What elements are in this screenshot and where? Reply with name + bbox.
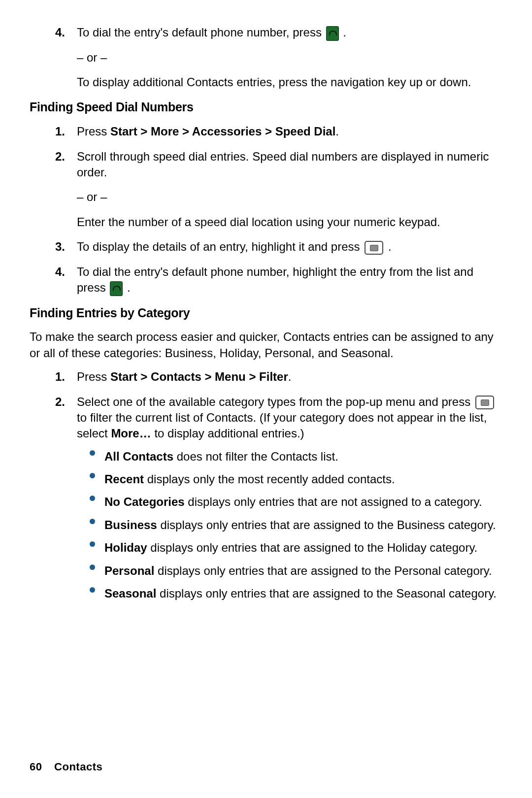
filter-description: displays only the most recently added co… (144, 472, 395, 486)
section-heading-category: Finding Entries by Category (30, 305, 502, 322)
step-body: Scroll through speed dial entries. Speed… (77, 149, 502, 231)
call-key-icon (110, 281, 123, 296)
speed-dial-step-2: 2. Scroll through speed dial entries. Sp… (30, 149, 502, 231)
filter-no-categories: No Categories displays only entries that… (87, 494, 502, 510)
page-footer: 60 Contacts (30, 761, 102, 773)
speed-dial-step-1: 1. Press Start > More > Accessories > Sp… (30, 124, 502, 139)
ok-key-icon (365, 241, 383, 255)
step-text: To dial the entry's default phone number… (77, 26, 346, 39)
bullet-icon (90, 519, 95, 524)
step-text: Select one of the available category typ… (77, 395, 496, 440)
bullet-icon (90, 587, 95, 593)
speed-dial-step-4: 4. To dial the entry's default phone num… (30, 264, 502, 296)
step-body: Select one of the available category typ… (77, 394, 502, 602)
filter-description: displays only entries that are assigned … (156, 587, 497, 600)
filter-description: displays only entries that are assigned … (154, 564, 492, 577)
filter-business: Business displays only entries that are … (87, 517, 502, 533)
text-before-icon: To dial the entry's default phone number… (77, 26, 325, 39)
category-filters-list: All Contacts does not filter the Contact… (77, 449, 502, 602)
category-step-2: 2. Select one of the available category … (30, 394, 502, 602)
text-before-icon: To display the details of an entry, high… (77, 240, 363, 253)
text-before-icon: Select one of the available category typ… (77, 395, 474, 408)
filter-name: Business (104, 518, 157, 532)
step-body: Press Start > More > Accessories > Speed… (77, 124, 502, 139)
step-body: To display the details of an entry, high… (77, 239, 502, 255)
text-before-icon: To dial the entry's default phone number… (77, 265, 473, 294)
filter-name: All Contacts (104, 450, 173, 463)
step-number: 2. (55, 149, 65, 165)
page-content: 4. To dial the entry's default phone num… (30, 25, 502, 601)
step-body: To dial the entry's default phone number… (77, 264, 502, 296)
filter-name: Recent (104, 472, 144, 486)
bullet-icon (90, 450, 95, 456)
step-secondary-text: To display additional Contacts entries, … (77, 74, 502, 90)
text-after-icon: . (388, 240, 392, 253)
step-number: 4. (55, 25, 65, 40)
filter-description: displays only entries that are assigned … (147, 541, 478, 554)
text-after: to display additional entries.) (154, 427, 304, 440)
filter-name: Personal (104, 564, 154, 577)
continued-step-4: 4. To dial the entry's default phone num… (30, 25, 502, 90)
filter-name: No Categories (104, 495, 185, 508)
filter-description: displays only entries that are not assig… (185, 495, 482, 508)
step-text-suffix: . (288, 370, 292, 383)
step-text: To dial the entry's default phone number… (77, 265, 473, 294)
step-body: To dial the entry's default phone number… (77, 25, 502, 90)
filter-recent: Recent displays only the most recently a… (87, 471, 502, 487)
text-after-icon: . (343, 26, 346, 39)
bullet-icon (90, 496, 95, 501)
filter-all-contacts: All Contacts does not filter the Contact… (87, 449, 502, 465)
footer-section-name: Contacts (54, 761, 102, 773)
menu-path: Start > Contacts > Menu > Filter (110, 370, 288, 383)
section-intro: To make the search process easier and qu… (30, 329, 502, 361)
step-secondary-text: Enter the number of a speed dial locatio… (77, 214, 502, 230)
filter-name: Holiday (104, 541, 147, 554)
bullet-icon (90, 565, 95, 570)
step-or: – or – (77, 189, 502, 205)
bullet-icon (90, 473, 95, 478)
ok-key-icon (475, 396, 494, 409)
filter-description: displays only entries that are assigned … (157, 518, 496, 532)
step-text-suffix: . (335, 125, 339, 138)
more-label: More… (111, 427, 151, 440)
step-text-prefix: Press (77, 125, 110, 138)
filter-seasonal: Seasonal displays only entries that are … (87, 586, 502, 601)
step-number: 4. (55, 264, 65, 280)
menu-path: Start > More > Accessories > Speed Dial (110, 125, 335, 138)
speed-dial-step-3: 3. To display the details of an entry, h… (30, 239, 502, 255)
step-or: – or – (77, 50, 502, 66)
filter-description: does not filter the Contacts list. (173, 450, 338, 463)
section-heading-speed-dial: Finding Speed Dial Numbers (30, 99, 502, 116)
filter-holiday: Holiday displays only entries that are a… (87, 540, 502, 556)
step-text-prefix: Press (77, 370, 110, 383)
category-step-1: 1. Press Start > Contacts > Menu > Filte… (30, 369, 502, 385)
step-number: 2. (55, 394, 65, 410)
step-number: 1. (55, 124, 65, 139)
bullet-icon (90, 541, 95, 547)
filter-personal: Personal displays only entries that are … (87, 563, 502, 579)
page-number: 60 (30, 761, 42, 773)
step-number: 1. (55, 369, 65, 385)
step-body: Press Start > Contacts > Menu > Filter. (77, 369, 502, 385)
filter-name: Seasonal (104, 587, 156, 600)
text-after-icon: . (127, 281, 131, 294)
call-key-icon (326, 26, 339, 41)
step-number: 3. (55, 239, 65, 255)
step-text: Scroll through speed dial entries. Speed… (77, 150, 489, 179)
step-text: To display the details of an entry, high… (77, 240, 392, 253)
manual-page: 4. To dial the entry's default phone num… (0, 0, 532, 798)
